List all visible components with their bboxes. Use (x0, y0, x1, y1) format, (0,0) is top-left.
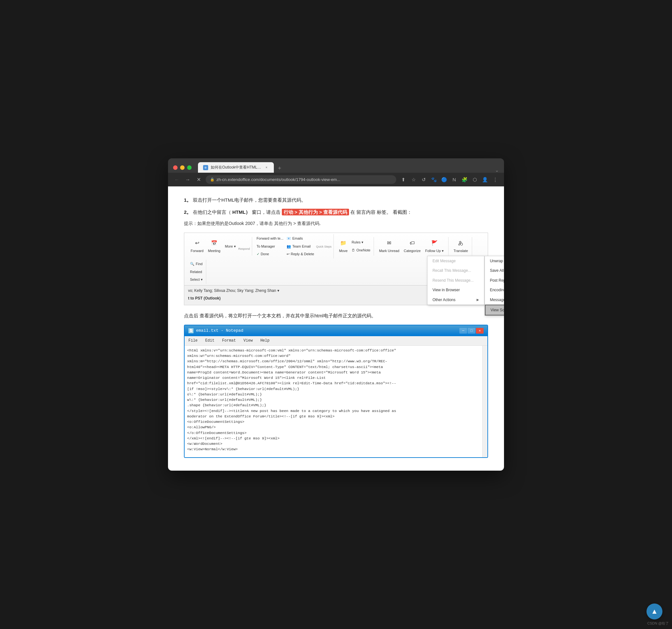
notepad-window: 📄 email.txt - Notepad ─ □ ✕ File Edit Fo… (184, 325, 488, 458)
rules-btn[interactable]: Rules ▾ (350, 239, 372, 246)
actions-group: ✉ Mark Unread 🏷 Categorize 🚩 Follow Up ▾ (375, 237, 449, 255)
onenote-btn[interactable]: 🗒 OneNote (350, 247, 372, 254)
step1-text: 双击打开一个HTML电子邮件，您需要查看其源代码。 (193, 197, 306, 203)
other-actions-item[interactable]: Other Actions ▶ (428, 295, 484, 305)
back-button[interactable]: ← (173, 176, 181, 183)
emails-btn[interactable]: 📧 Emails (285, 235, 315, 242)
reply-delete-btn[interactable]: ↩ Reply & Delete (285, 250, 315, 258)
notepad-edit-menu[interactable]: Edit (204, 337, 216, 345)
lock-icon: 🔒 (210, 177, 215, 182)
message-header-item[interactable]: Message Header (485, 295, 504, 305)
categorize-label: Categorize (404, 248, 421, 254)
notepad-file-menu[interactable]: File (187, 337, 199, 345)
respond-group: ↩ Forward 📅 Meeting More ▾ Respond (187, 237, 252, 255)
code-line: xmlns:w="urn:schemas-microsoft-com:offic… (187, 353, 479, 358)
categorize-button[interactable]: 🏷 Categorize (402, 238, 423, 255)
related-label: Related (190, 269, 202, 275)
sub-arrow-icon: ▶ (477, 297, 479, 302)
code-line: name=Originator content="Microsoft Word … (187, 375, 479, 380)
forward-button[interactable]: ↩ Forward (189, 238, 205, 255)
mark-unread-button[interactable]: ✉ Mark Unread (377, 238, 401, 255)
browser-icon1[interactable]: 🐾 (430, 176, 438, 183)
post-reply-item[interactable]: Post Reply to Folder (485, 276, 504, 285)
recall-message-item[interactable]: Recall This Message... (428, 266, 484, 275)
code-line: moderator on the ExtendOffice Forum</tit… (187, 413, 479, 419)
categorize-icon: 🏷 (410, 239, 415, 247)
encoding-label: Encoding (490, 287, 504, 293)
step2-bold: HTML） (233, 209, 250, 215)
quick-steps-btns2: 📧 Emails 👥 Team Email ↩ Reply & Delete (285, 235, 315, 258)
to-manager-btn[interactable]: To Manager (255, 243, 285, 250)
step1-line: 1。 双击打开一个HTML电子邮件，您需要查看其源代码。 (184, 196, 488, 204)
menu-icon[interactable]: ⋮ (491, 176, 499, 183)
meeting-button[interactable]: 📅 Meeting (206, 238, 222, 255)
notepad-view-menu[interactable]: View (242, 337, 254, 345)
check-icon: ✓ (257, 251, 260, 257)
notepad-icon: 📄 (188, 328, 193, 333)
move-label: Move (339, 248, 347, 254)
maximize-traffic-light[interactable] (187, 166, 192, 170)
hint-text: 提示：如果您使用的是Outlook 2007，请单击 其他行为 > 查看源代码. (184, 220, 488, 227)
translate-button[interactable]: あ Translate (452, 238, 470, 255)
scroll-top-icon: ▲ (651, 607, 658, 615)
code-line: <html xmlns:v="urn:schemas-microsoft-com… (187, 348, 479, 353)
notepad-help-menu[interactable]: Help (259, 337, 271, 345)
forward-button[interactable]: → (184, 176, 192, 183)
notepad-scrollbar[interactable] (482, 346, 487, 457)
more-button[interactable]: More ▾ (223, 243, 238, 250)
new-tab-button[interactable]: + (275, 164, 284, 173)
notepad-content[interactable]: <html xmlns:v="urn:schemas-microsoft-com… (185, 346, 487, 457)
url-bar[interactable]: 🔒 zh-cn.extendoffice.com/documents/outlo… (206, 175, 396, 184)
unwrap-text-item[interactable]: Unwrap Text (485, 256, 504, 266)
close-traffic-light[interactable] (173, 166, 177, 170)
encoding-item[interactable]: Encoding ▶ (485, 285, 504, 295)
follow-up-button[interactable]: 🚩 Follow Up ▾ (423, 238, 446, 255)
step2-line: 2。 在他们之中留言（ HTML） 窗口，请点击 行动 > 其他行为 > 查看源… (184, 208, 488, 216)
edit-message-item[interactable]: Edit Message (428, 256, 484, 266)
bookmark-icon[interactable]: ☆ (410, 176, 417, 183)
profile-icon[interactable]: ⬡ (471, 176, 479, 183)
share-icon[interactable]: ⬆ (400, 176, 407, 183)
tab-dropdown-button[interactable]: ⌄ (495, 168, 499, 173)
code-line: <o:OfficeDocumentSettings> (187, 419, 479, 424)
done-label: Done (261, 251, 269, 257)
rules-label: Rules ▾ (352, 239, 363, 245)
refresh-icon[interactable]: ↺ (420, 176, 428, 183)
notepad-minimize-btn[interactable]: ─ (459, 328, 467, 334)
active-tab[interactable]: ⊕ 如何在Outlook中查看HTML电子... × (198, 162, 274, 173)
browser-icon2[interactable]: 🔵 (440, 176, 448, 183)
move-button[interactable]: 📁 Move (337, 238, 350, 255)
to-manager-label: To Manager (257, 244, 275, 250)
save-attachments-item[interactable]: Save All Attachments... (485, 266, 504, 275)
minimize-traffic-light[interactable] (180, 166, 185, 170)
respond-label: Respond (238, 247, 250, 251)
extensions-icon[interactable]: 🧩 (461, 176, 468, 183)
view-in-browser-item[interactable]: View in Browser (428, 285, 484, 295)
select-btn[interactable]: Select ▾ (189, 276, 204, 283)
tab-close-button[interactable]: × (264, 166, 269, 170)
related-btn[interactable]: Related (189, 268, 204, 276)
notepad-win-buttons: ─ □ ✕ (459, 328, 484, 334)
tab-favicon: ⊕ (203, 165, 208, 170)
meeting-label: Meeting (208, 248, 220, 254)
notepad-titlebar: 📄 email.txt - Notepad ─ □ ✕ (185, 325, 487, 336)
account-icon[interactable]: 👤 (481, 176, 489, 183)
team-email-btn[interactable]: 👥 Team Email (285, 243, 315, 250)
code-line: html40"><head><META HTTP-EQUIV="Content-… (187, 364, 479, 370)
notepad-format-menu[interactable]: Format (221, 337, 237, 345)
resend-message-item[interactable]: Resend This Message... (428, 276, 484, 285)
notepad-maximize-btn[interactable]: □ (467, 328, 475, 334)
done-btn[interactable]: ✓ Done (255, 250, 285, 258)
quick-steps-label: Quick Steps (316, 244, 332, 249)
notepad-close-btn[interactable]: ✕ (476, 328, 484, 334)
browser-icon3[interactable]: N (451, 176, 458, 183)
forward-with-te-btn[interactable]: Forward with te... (255, 235, 285, 242)
close-button[interactable]: ✕ (195, 176, 202, 183)
emails-label: Emails (292, 235, 303, 242)
onenote-label: OneNote (356, 247, 370, 253)
follow-up-label: Follow Up ▾ (425, 248, 444, 254)
forward-label: Forward (191, 248, 203, 254)
view-source-item[interactable]: View Source (485, 305, 504, 316)
scroll-top-button[interactable]: ▲ (647, 604, 663, 620)
find-btn[interactable]: 🔍 Find (189, 260, 204, 268)
